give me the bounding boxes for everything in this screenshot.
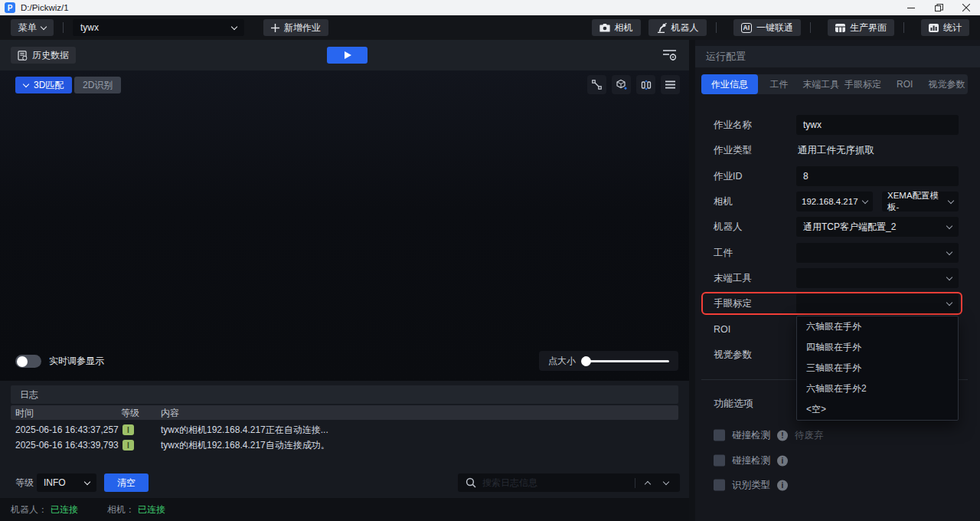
info-icon[interactable]: i — [777, 455, 788, 466]
camera-template-value: XEMA配置模板- — [887, 190, 949, 213]
production-view-label: 生产界面 — [850, 21, 887, 34]
spacer — [253, 22, 254, 33]
one-key-connect-button[interactable]: AI 一键联通 — [733, 19, 802, 36]
dropdown-option[interactable]: 四轴眼在手外 — [797, 337, 958, 358]
workpiece-label: 工件 — [714, 247, 733, 260]
main-toolbar: 菜单 tywx 新增作业 相机 机器人 AI 一键联通 生产界面 — [0, 15, 980, 40]
job-select-dropdown[interactable]: tywx — [73, 19, 244, 36]
divider — [810, 22, 811, 33]
node-link-icon — [592, 80, 602, 90]
recognition-type-checkbox[interactable] — [714, 480, 725, 491]
job-name-input[interactable]: tywx — [796, 115, 959, 135]
cube-add-icon — [616, 79, 627, 90]
mirror-tool-button[interactable] — [636, 75, 655, 94]
hand-eye-select[interactable] — [796, 293, 959, 313]
tab-end-tool[interactable]: 末端工具 — [800, 74, 842, 94]
new-job-button[interactable]: 新增作业 — [263, 19, 328, 36]
log-search-input[interactable] — [482, 477, 629, 488]
titlebar: P D:/Pickwiz/1 — [0, 0, 980, 15]
warning-info-icon[interactable]: ! — [777, 430, 788, 441]
robot-arm-icon — [656, 23, 667, 33]
robot-field-label: 机器人 — [714, 221, 743, 234]
collision-detect-label: 碰撞检测 — [732, 429, 770, 442]
recog-2d-button[interactable]: 2D识别 — [74, 77, 121, 93]
viewport-menu-button[interactable] — [661, 75, 680, 94]
divider — [635, 478, 635, 488]
realtime-param-toggle[interactable] — [15, 355, 41, 368]
log-panel: 日志 时间 等级 内容 2025-06-16 16:43:37,257 I ty… — [0, 381, 689, 498]
chevron-down-icon — [862, 197, 868, 203]
chevron-down-icon — [231, 23, 237, 29]
tab-job-info[interactable]: 作业信息 — [701, 74, 758, 94]
hand-eye-label: 手眼标定 — [714, 297, 752, 310]
log-level-badge: I — [122, 440, 134, 451]
camera-template-select[interactable]: XEMA配置模板- — [882, 192, 959, 211]
run-button[interactable] — [327, 47, 368, 64]
chevron-down-icon — [946, 222, 952, 228]
dropdown-option[interactable]: 三轴眼在手外 — [797, 358, 958, 378]
run-config-panel: 运行配置 作业信息 工件 末端工具 手眼标定 ROI 视觉参数 作业名称 tyw… — [689, 40, 980, 521]
add-cube-tool-button[interactable] — [612, 75, 631, 94]
mirror-icon — [641, 80, 652, 90]
log-panel-title: 日志 — [11, 385, 678, 404]
job-id-label: 作业ID — [714, 170, 743, 183]
tab-workpiece[interactable]: 工件 — [758, 74, 800, 94]
collision-detect2-checkbox[interactable] — [714, 455, 725, 467]
stats-button[interactable]: 统计 — [921, 19, 969, 36]
one-key-connect-label: 一键联通 — [756, 21, 793, 34]
viewport-3d[interactable]: 3D匹配 2D识别 实时调参显示 点大小 — [0, 70, 689, 381]
window-controls — [897, 0, 980, 15]
dropdown-option[interactable]: 六轴眼在手外 — [797, 316, 958, 337]
dropdown-option[interactable]: <空> — [797, 399, 958, 420]
minimize-button[interactable] — [897, 0, 925, 15]
app-logo-icon: P — [5, 2, 15, 13]
log-level-select[interactable]: INFO — [37, 473, 96, 492]
panel-divider — [689, 40, 695, 521]
production-view-button[interactable]: 生产界面 — [828, 19, 894, 36]
plus-icon — [271, 24, 279, 32]
history-data-button[interactable]: 历史数据 — [11, 47, 76, 64]
menu-label: 菜单 — [18, 21, 37, 34]
tab-hand-eye[interactable]: 手眼标定 — [842, 74, 884, 94]
tab-vision-params[interactable]: 视觉参数 — [926, 74, 968, 94]
log-row[interactable]: 2025-06-16 16:43:39,793 I tywx的相机192.168… — [11, 437, 678, 453]
close-button[interactable] — [952, 0, 980, 15]
match-3d-button[interactable]: 3D匹配 — [15, 77, 72, 93]
collision-detect-checkbox[interactable] — [714, 430, 725, 441]
log-content: tywx的相机192.168.4.217自动连接成功。 — [161, 439, 330, 452]
robot-button[interactable]: 机器人 — [648, 19, 707, 36]
camera-ip-select[interactable]: 192.168.4.217 — [796, 192, 873, 211]
search-icon — [466, 477, 476, 488]
log-row[interactable]: 2025-06-16 16:43:37,257 I tywx的相机192.168… — [11, 422, 678, 437]
chevron-down-icon — [41, 23, 47, 29]
menu-button[interactable]: 菜单 — [11, 19, 54, 36]
run-settings-button[interactable] — [662, 48, 677, 61]
dropdown-option[interactable]: 六轴眼在手外2 — [797, 378, 958, 399]
history-data-label: 历史数据 — [32, 49, 69, 62]
tab-roi[interactable]: ROI — [884, 74, 926, 94]
camera-button[interactable]: 相机 — [592, 19, 641, 36]
config-tabs: 作业信息 工件 末端工具 手眼标定 ROI 视觉参数 — [701, 74, 968, 94]
info-icon[interactable]: i — [777, 480, 788, 490]
node-link-tool-button[interactable] — [587, 75, 606, 94]
log-level-value: INFO — [44, 477, 66, 488]
job-id-input[interactable]: 8 — [796, 166, 959, 186]
chevron-down-icon — [946, 299, 952, 305]
slider-handle[interactable] — [581, 356, 591, 366]
clear-log-button[interactable]: 清空 — [104, 473, 149, 492]
search-prev-button[interactable] — [642, 480, 654, 487]
col-time: 时间 — [15, 406, 34, 419]
robot-config-select[interactable]: 通用TCP客户端配置_2 — [796, 217, 959, 237]
end-tool-select[interactable] — [796, 268, 959, 288]
point-size-slider[interactable] — [583, 360, 669, 362]
chevron-down-icon — [946, 248, 952, 254]
restore-button[interactable] — [925, 0, 952, 15]
job-name-label: 作业名称 — [714, 119, 752, 132]
search-next-button[interactable] — [660, 482, 672, 484]
log-time: 2025-06-16 16:43:39,793 — [15, 440, 119, 451]
option-row: 碰撞检测 ! 待废弃 — [714, 429, 824, 442]
stats-label: 统计 — [943, 21, 962, 34]
workpiece-select[interactable] — [796, 243, 959, 263]
log-level-label: 等级 — [15, 477, 34, 490]
col-level: 等级 — [121, 406, 139, 419]
